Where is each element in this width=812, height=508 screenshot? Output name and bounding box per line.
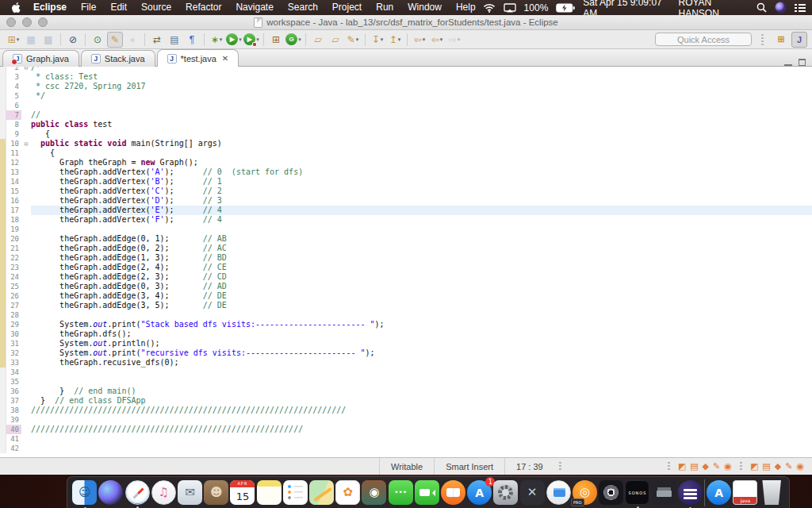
code-line[interactable]: 7// [0,110,812,120]
dock-finder-icon[interactable]: ☺ [72,480,97,505]
dock-calendar-icon[interactable]: APR15 [230,480,255,505]
code-line[interactable]: 8public class test [0,120,812,129]
code-text[interactable] [31,415,812,425]
code-text[interactable] [31,368,812,377]
menu-source[interactable]: Source [134,0,178,15]
code-text[interactable]: theGraph.addVertex('E'); // 4 [31,206,812,215]
menu-edit[interactable]: Edit [103,0,134,15]
dock-facetime-icon[interactable] [415,480,439,505]
code-line[interactable]: 24 theGraph.addEdge(2, 3); // CD [0,272,812,282]
notification-center-icon[interactable] [795,3,806,13]
code-text[interactable] [31,310,812,320]
dock-safari-icon[interactable] [125,480,150,505]
code-line[interactable]: 40//////////////////////////////////////… [0,425,812,434]
dock-utilities-icon[interactable]: ✕ [520,480,545,505]
skip-breakpoints-icon[interactable]: ⊘ [65,32,81,48]
code-line[interactable]: 38//////////////////////////////////////… [0,406,812,415]
code-line[interactable]: 13 theGraph.addVertex('A'); // 0 (start … [0,167,812,177]
code-line[interactable]: 16 theGraph.addVertex('D'); // 3 [0,196,812,206]
minimize-view-icon[interactable] [784,59,792,66]
code-text[interactable]: theGraph.addEdge(0, 2); // AC [31,244,812,253]
code-text[interactable]: theGraph.addEdge(0, 1); // AB [31,234,812,244]
help-book-icon[interactable]: ▤ [690,462,698,471]
code-line[interactable]: 36 } // end main() [0,387,812,396]
code-line[interactable]: 21 theGraph.addEdge(0, 2); // AC [0,244,812,253]
new-wizard-icon[interactable]: ⊞▾ [6,32,21,48]
code-line[interactable]: 25 theGraph.addEdge(0, 3); // AD [0,282,812,291]
tutorials-icon[interactable]: ◆ [775,462,781,471]
code-text[interactable]: /* [31,67,812,72]
dock-reminders-icon[interactable] [283,480,308,505]
code-line[interactable]: 18 theGraph.addVertex('F'); // 4 [0,215,812,225]
code-text[interactable]: theGraph.recusive_dfs(0); [31,358,812,368]
externalize-strings-icon[interactable]: ⊙ [90,32,105,48]
display-mirroring-icon[interactable] [504,3,516,13]
dock-eclipse-icon[interactable] [678,480,703,505]
code-text[interactable]: public class test [31,120,812,129]
code-text[interactable]: */ [31,91,812,101]
code-line[interactable]: 28 [0,310,812,320]
code-line[interactable]: 12 Graph theGraph = new Graph(); [0,158,812,167]
dock-sonos-icon[interactable]: SONOS [625,480,649,505]
whats-new-icon[interactable]: ◩ [750,462,758,471]
menu-file[interactable]: File [74,0,103,15]
code-text[interactable]: { [31,129,812,139]
open-perspective-icon[interactable]: ⊞ [773,32,789,48]
tab-close-icon[interactable]: ✕ [222,54,228,63]
code-text[interactable]: } // end main() [31,387,812,396]
dock-itunes-icon[interactable]: ♫ [151,480,176,505]
menu-eclipse[interactable]: Eclipse [26,0,74,15]
back-history-icon[interactable]: ⇦▾ [429,32,445,48]
code-line[interactable]: 2⊖/* [0,67,812,72]
dock-messages-icon[interactable]: ••• [389,480,413,505]
code-text[interactable]: * csc 2720, Spring 2017 [31,82,812,91]
code-text[interactable]: theGraph.dfs(); [31,329,812,339]
menu-help[interactable]: Help [449,0,483,15]
dock-notes-icon[interactable] [257,480,282,505]
code-line[interactable]: 37 } // end class DFSApp [0,396,812,406]
code-text[interactable]: ////////////////////////////////////////… [31,406,812,415]
open-folder-2-icon[interactable]: ▱ [327,32,343,48]
code-text[interactable]: ////////////////////////////////////////… [31,425,812,434]
code-line[interactable]: 29 System.out.print("Stack based dfs vis… [0,320,812,329]
code-text[interactable] [31,377,812,387]
code-line[interactable]: 31 System.out.println(); [0,339,812,348]
code-text[interactable]: theGraph.addEdge(1, 3); // BD [31,253,812,263]
minimize-window-button[interactable] [22,17,32,27]
code-text[interactable]: theGraph.addEdge(3, 4); // DE [31,291,812,301]
prev-annotation-icon[interactable]: ⇦▾ [412,32,427,48]
mark-occurrences-icon[interactable]: ✎ [107,32,123,48]
code-line[interactable]: 6 [0,101,812,110]
code-text[interactable]: theGraph.addVertex('B'); // 1 [31,177,812,187]
code-line[interactable]: 23 theGraph.addEdge(2, 4); // CE [0,263,812,272]
import-icon[interactable]: ↧▾ [370,32,385,48]
code-line[interactable]: 41 [0,434,812,444]
dock-screen-sharing-icon[interactable] [546,480,571,505]
menu-run[interactable]: Run [369,0,400,15]
code-line[interactable]: 42 [0,444,812,453]
code-text[interactable]: theGraph.addEdge(3, 5); // DE [31,301,812,310]
code-text[interactable] [31,225,812,234]
build-project-icon[interactable]: ⇄ [149,32,165,48]
code-line[interactable]: 17 theGraph.addVertex('E'); // 4 [0,206,812,215]
fold-collapse-icon[interactable]: ⊖ [21,67,31,72]
dock-printer-icon[interactable] [652,480,676,505]
new-java-class-icon[interactable]: ⊞ [268,32,284,48]
code-line[interactable]: 9 { [0,129,812,139]
fold-collapse-icon[interactable]: ⊖ [21,139,31,148]
dock-maps-icon[interactable] [309,480,334,505]
code-text[interactable]: theGraph.addEdge(2, 4); // CE [31,263,812,272]
tab-test.java[interactable]: J*test.java✕ [157,49,239,67]
paint-icon[interactable]: ✎▾ [345,32,361,48]
web-resources-icon[interactable]: ◉ [724,462,732,471]
code-text[interactable]: theGraph.addVertex('F'); // 4 [31,215,812,225]
dock-app-store-icon[interactable]: A1 [467,480,492,505]
code-line[interactable]: 33 theGraph.recusive_dfs(0); [0,358,812,368]
spotlight-icon[interactable] [756,2,767,13]
code-line[interactable]: 19 [0,225,812,234]
menu-refactor[interactable]: Refactor [178,0,228,15]
dock-downloads-icon[interactable]: A [707,480,731,505]
code-line[interactable]: 30 theGraph.dfs(); [0,329,812,339]
whats-new-icon[interactable]: ◩ [678,462,686,471]
code-text[interactable]: System.out.print("recursive dfs visits:-… [31,348,812,358]
